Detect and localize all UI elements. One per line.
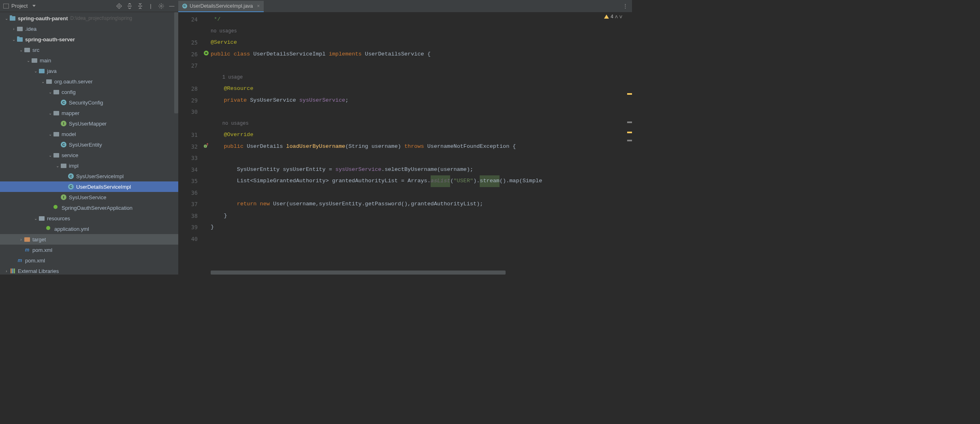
expand-icon[interactable]: ⌄ xyxy=(47,153,53,158)
tree-node-org-oauth-server[interactable]: ⌄org.oauth.server xyxy=(0,76,178,87)
warn-count: 4 xyxy=(611,14,613,19)
code-line[interactable]: } xyxy=(211,222,632,233)
code-line[interactable] xyxy=(211,60,632,72)
editor-pane[interactable]: 2425262728293031323334353637383940 I */n… xyxy=(178,12,632,275)
tree-node-application-yml[interactable]: application.yml xyxy=(0,224,178,234)
expand-icon[interactable]: › xyxy=(3,269,10,273)
bean-gutter-icon[interactable] xyxy=(203,50,209,56)
expand-icon[interactable]: ⌄ xyxy=(47,90,53,94)
line-number: 32 xyxy=(178,141,203,153)
tree-node--idea[interactable]: ›.idea xyxy=(0,23,178,34)
project-tree-sidebar[interactable]: ⌄spring-oauth-parentD:\idea_project\spri… xyxy=(0,12,178,275)
tree-node-src[interactable]: ⌄src xyxy=(0,45,178,55)
target-icon[interactable] xyxy=(116,3,122,9)
tree-node-mapper[interactable]: ⌄mapper xyxy=(0,108,178,118)
code-line[interactable] xyxy=(211,187,632,199)
expand-icon[interactable]: ⌄ xyxy=(25,58,32,63)
collapse-all-icon[interactable] xyxy=(137,3,143,9)
spring-icon xyxy=(46,226,52,232)
node-label: model xyxy=(62,131,76,137)
tree-node-main[interactable]: ⌄main xyxy=(0,55,178,66)
line-number: 28 xyxy=(178,83,203,95)
expand-icon[interactable]: › xyxy=(18,237,24,242)
interface-icon: I xyxy=(61,121,66,126)
code-line[interactable]: public class UserDetailsServiceImpl impl… xyxy=(211,49,632,60)
tree-node-userdetailsserviceimpl[interactable]: CUserDetailsServiceImpl xyxy=(0,181,178,192)
override-gutter-icon[interactable]: I xyxy=(203,143,209,148)
editor-hscrollbar[interactable] xyxy=(211,271,632,275)
code-line[interactable]: List<SimpleGrantedAuthority> grantedAuth… xyxy=(211,175,632,187)
tree-node-impl[interactable]: ⌄impl xyxy=(0,160,178,171)
expand-icon[interactable]: ⌄ xyxy=(47,132,53,136)
expand-icon[interactable]: ⌄ xyxy=(32,69,39,73)
code-line[interactable]: return new User(username,sysUserEntity.g… xyxy=(211,198,632,210)
package-icon xyxy=(53,110,59,116)
code-line[interactable]: @Service xyxy=(211,37,632,49)
tree-node-pom-xml[interactable]: mpom.xml xyxy=(0,255,178,266)
expand-icon[interactable]: ⌄ xyxy=(11,37,17,42)
expand-icon[interactable]: › xyxy=(11,27,17,31)
code-line[interactable]: no usages xyxy=(211,118,632,130)
code-line[interactable]: 1 usage xyxy=(211,72,632,83)
tree-node-securityconfig[interactable]: CSecurityConfig xyxy=(0,97,178,108)
expand-icon[interactable]: ⌄ xyxy=(54,164,61,168)
class-icon: C xyxy=(68,184,74,190)
tree-node-target[interactable]: ›target xyxy=(0,234,178,245)
tree-node-springoauthserverapplication[interactable]: SpringOauthServerApplication xyxy=(0,202,178,213)
editor-tab[interactable]: C UserDetailsServiceImpl.java × xyxy=(178,0,264,12)
code-line[interactable]: } xyxy=(211,210,632,222)
settings-icon[interactable] xyxy=(158,3,164,9)
tree-node-sysusermapper[interactable]: ISysUserMapper xyxy=(0,118,178,129)
tree-node-model[interactable]: ⌄model xyxy=(0,129,178,139)
tree-node-java[interactable]: ⌄java xyxy=(0,66,178,76)
code-line[interactable]: SysUserEntity sysUserEntity = sysUserSer… xyxy=(211,164,632,176)
expand-icon[interactable]: ⌄ xyxy=(3,16,10,21)
code-line[interactable]: private SysUserService sysUserService; xyxy=(211,95,632,107)
sidebar-scrollbar[interactable] xyxy=(174,12,178,113)
warn-prev-icon[interactable]: ᐱ xyxy=(615,15,618,19)
tree-node-sysuserserviceimpl[interactable]: CSysUserServiceImpl xyxy=(0,171,178,181)
tab-menu-icon[interactable]: ⋮ xyxy=(623,0,632,12)
code-line[interactable]: */ xyxy=(211,14,632,26)
tree-node-spring-oauth-parent[interactable]: ⌄spring-oauth-parentD:\idea_project\spri… xyxy=(0,13,178,23)
tree-node-config[interactable]: ⌄config xyxy=(0,87,178,97)
code-line[interactable] xyxy=(211,152,632,164)
minimize-icon[interactable]: — xyxy=(169,3,175,9)
error-stripe[interactable] xyxy=(627,12,632,271)
source-folder-icon xyxy=(39,68,45,74)
tree-node-pom-xml[interactable]: mpom.xml xyxy=(0,245,178,255)
node-label: pom.xml xyxy=(32,247,52,253)
module-icon xyxy=(17,36,23,42)
tree-node-sysuserentity[interactable]: CSysUserEntity xyxy=(0,139,178,150)
expand-icon[interactable]: ⌄ xyxy=(32,216,39,221)
expand-icon[interactable]: ⌄ xyxy=(47,111,53,115)
line-number: 35 xyxy=(178,175,203,187)
maven-icon: m xyxy=(17,258,23,263)
expand-icon[interactable]: ⌄ xyxy=(18,48,24,52)
inspection-badge[interactable]: 4 ᐱ ᐯ xyxy=(604,14,622,19)
code-area[interactable]: */no usages@Servicepublic class UserDeta… xyxy=(211,12,632,275)
close-tab-icon[interactable]: × xyxy=(257,3,260,9)
tree-node-sysuserservice[interactable]: ISysUserService xyxy=(0,192,178,202)
dropdown-icon[interactable] xyxy=(32,5,36,7)
tree-node-service[interactable]: ⌄service xyxy=(0,150,178,160)
editor-tab-bar: C UserDetailsServiceImpl.java × ⋮ xyxy=(178,0,632,12)
code-line[interactable]: @Resource xyxy=(211,83,632,95)
code-line[interactable]: @Override xyxy=(211,129,632,141)
node-label: mapper xyxy=(62,110,79,116)
tree-node-external-libraries[interactable]: ›External Libraries xyxy=(0,266,178,275)
code-line[interactable] xyxy=(211,106,632,118)
divider: | xyxy=(147,3,154,9)
expand-icon[interactable]: ⌄ xyxy=(40,79,46,84)
code-line[interactable] xyxy=(211,233,632,245)
code-line[interactable]: no usages xyxy=(211,26,632,37)
code-line[interactable]: public UserDetails loadUserByUsername(St… xyxy=(211,141,632,153)
project-label[interactable]: Project xyxy=(11,3,28,9)
expand-all-icon[interactable] xyxy=(126,3,133,9)
line-number: 27 xyxy=(178,60,203,72)
warn-next-icon[interactable]: ᐯ xyxy=(619,15,622,19)
tree-node-spring-oauth-server[interactable]: ⌄spring-oauth-server xyxy=(0,34,178,45)
tree-node-resources[interactable]: ⌄resources xyxy=(0,213,178,224)
package-icon xyxy=(61,163,66,168)
project-toolbar: Project | — xyxy=(0,3,178,9)
